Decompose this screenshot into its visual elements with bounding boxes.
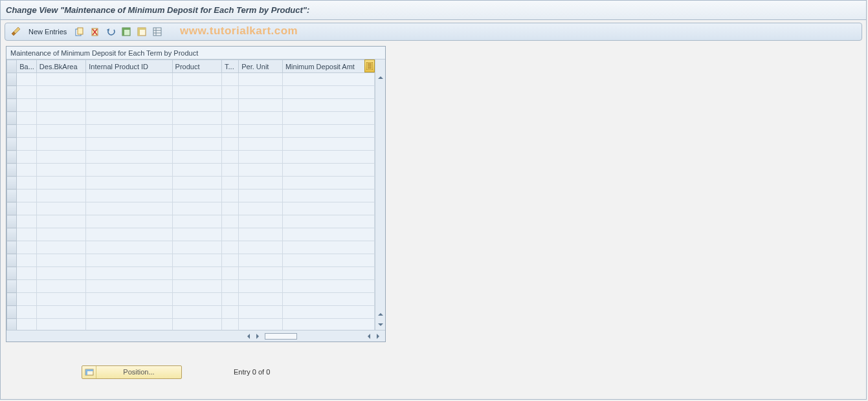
cell[interactable] [17,267,37,280]
scroll-up-step-button[interactable] [376,310,385,319]
cell[interactable] [282,151,374,164]
cell[interactable] [239,112,283,125]
cell[interactable] [36,177,85,190]
scroll-down-button[interactable] [376,320,385,329]
scroll-left-button[interactable] [244,332,253,341]
cell[interactable] [222,125,239,138]
row-selector[interactable] [7,293,17,306]
cell[interactable] [222,190,239,202]
cell[interactable] [282,267,374,280]
row-selector[interactable] [7,202,17,215]
cell[interactable] [86,215,172,228]
cell[interactable] [172,73,221,86]
column-header[interactable]: Ba... [17,60,37,73]
cell[interactable] [172,164,221,177]
cell[interactable] [222,73,239,86]
row-selector[interactable] [7,73,17,86]
cell[interactable] [86,112,172,125]
cell[interactable] [239,151,283,164]
undo-button[interactable] [104,25,117,38]
row-selector[interactable] [7,112,17,125]
column-header[interactable]: Minimum Deposit Amt [282,60,374,73]
row-selector[interactable] [7,190,17,202]
cell[interactable] [86,267,172,280]
cell[interactable] [36,138,85,151]
cell[interactable] [17,293,37,306]
cell[interactable] [86,241,172,254]
scroll-right-button[interactable] [373,332,383,341]
column-header[interactable]: Des.BkArea [36,60,85,73]
cell[interactable] [172,306,221,319]
cell[interactable] [36,241,85,254]
row-selector[interactable] [7,319,17,331]
cell[interactable] [282,86,374,99]
cell[interactable] [17,306,37,319]
cell[interactable] [222,177,239,190]
cell[interactable] [172,138,221,151]
cell[interactable] [282,254,374,267]
cell[interactable] [172,202,221,215]
cell[interactable] [86,138,172,151]
cell[interactable] [222,280,239,293]
horizontal-scrollbar[interactable] [6,330,385,341]
row-selector[interactable] [7,177,17,190]
cell[interactable] [239,190,283,202]
table-config-button[interactable] [364,60,375,72]
cell[interactable] [222,138,239,151]
cell[interactable] [172,254,221,267]
cell[interactable] [36,190,85,202]
cell[interactable] [222,319,239,331]
cell[interactable] [222,99,239,112]
cell[interactable] [17,177,37,190]
cell[interactable] [172,293,221,306]
cell[interactable] [17,254,37,267]
row-selector[interactable] [7,125,17,138]
cell[interactable] [282,202,374,215]
cell[interactable] [172,241,221,254]
cell[interactable] [86,164,172,177]
cell[interactable] [17,112,37,125]
cell[interactable] [239,215,283,228]
cell[interactable] [172,280,221,293]
cell[interactable] [222,267,239,280]
cell[interactable] [17,202,37,215]
row-selector[interactable] [7,215,17,228]
cell[interactable] [36,151,85,164]
vertical-scrollbar[interactable] [375,60,385,330]
cell[interactable] [239,177,283,190]
cell[interactable] [172,215,221,228]
cell[interactable] [17,86,37,99]
row-selector[interactable] [7,86,17,99]
cell[interactable] [86,306,172,319]
row-selector[interactable] [7,99,17,112]
cell[interactable] [222,228,239,241]
cell[interactable] [17,73,37,86]
row-selector[interactable] [7,280,17,293]
cell[interactable] [172,151,221,164]
row-selector[interactable] [7,306,17,319]
cell[interactable] [222,151,239,164]
cell[interactable] [36,319,85,331]
cell[interactable] [36,202,85,215]
cell[interactable] [86,99,172,112]
cell[interactable] [86,190,172,202]
cell[interactable] [36,267,85,280]
cell[interactable] [282,112,374,125]
cell[interactable] [36,306,85,319]
scroll-right-step-button[interactable] [253,332,262,341]
cell[interactable] [17,151,37,164]
cell[interactable] [17,125,37,138]
cell[interactable] [86,151,172,164]
cell[interactable] [239,280,283,293]
cell[interactable] [172,319,221,331]
cell[interactable] [172,228,221,241]
cell[interactable] [86,280,172,293]
scroll-up-button[interactable] [376,73,385,82]
cell[interactable] [239,125,283,138]
cell[interactable] [17,190,37,202]
cell[interactable] [36,254,85,267]
cell[interactable] [282,241,374,254]
cell[interactable] [222,241,239,254]
cell[interactable] [239,99,283,112]
cell[interactable] [36,112,85,125]
